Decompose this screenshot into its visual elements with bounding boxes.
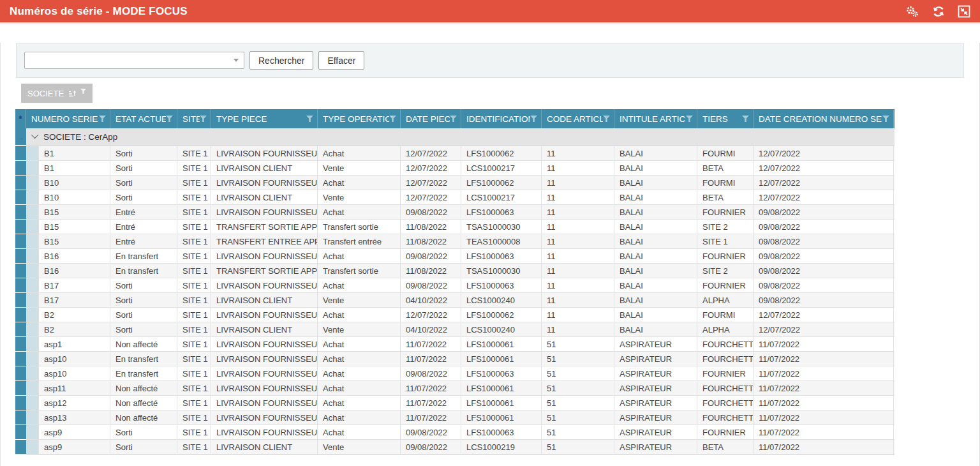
column-header-numero-serie[interactable]: NUMERO SERIE	[26, 109, 110, 128]
cell-date-piece[interactable]: 09/08/2022	[401, 425, 461, 439]
cell-type-piece[interactable]: LIVRAISON CLIENT	[211, 293, 318, 307]
cell-code-article[interactable]: 11	[542, 176, 614, 190]
cell-code-article[interactable]: 11	[542, 161, 614, 175]
cell-numero-serie[interactable]: B16	[39, 264, 110, 278]
cell-etat-actuel[interactable]: Non affecté	[110, 410, 177, 425]
cell-etat-actuel[interactable]: En transfert	[110, 366, 177, 380]
cell-date-piece[interactable]: 04/10/2022	[401, 322, 461, 336]
cell-type-operation[interactable]: Vente	[318, 293, 401, 307]
cell-site[interactable]: SITE 1	[177, 205, 211, 219]
cell-intitule-article[interactable]: ASPIRATEUR	[614, 337, 697, 351]
cell-tiers[interactable]: ALPHA	[697, 293, 754, 307]
cell-etat-actuel[interactable]: Sorti	[110, 146, 177, 160]
cell-code-article[interactable]: 51	[542, 425, 614, 439]
cell-etat-actuel[interactable]: Entré	[110, 220, 177, 234]
cell-type-piece[interactable]: LIVRAISON FOURNISSEUR	[211, 410, 318, 425]
cell-intitule-article[interactable]: ASPIRATEUR	[614, 352, 697, 366]
cell-identification[interactable]: LFS1000061	[461, 337, 542, 351]
cell-intitule-article[interactable]: ASPIRATEUR	[614, 425, 697, 439]
cell-tiers[interactable]: BETA	[697, 161, 754, 175]
cell-etat-actuel[interactable]: Sorti	[110, 278, 177, 292]
cell-type-operation[interactable]: Transfert sortie	[318, 220, 401, 234]
cell-tiers[interactable]: FOURNIER	[697, 366, 754, 380]
cell-site[interactable]: SITE 1	[177, 278, 211, 292]
column-filter-icon[interactable]	[882, 116, 889, 122]
group-row[interactable]: → SOCIETE : CerApp	[15, 128, 895, 146]
cell-code-article[interactable]: 11	[542, 190, 614, 204]
cell-tiers[interactable]: BETA	[697, 190, 754, 204]
cell-code-article[interactable]: 51	[542, 366, 614, 380]
cell-date-creation-numero-serie[interactable]: 12/07/2022	[754, 161, 894, 175]
column-header-etat-actuel[interactable]: ETAT ACTUEL	[110, 109, 177, 128]
cell-date-piece[interactable]: 11/07/2022	[401, 352, 461, 366]
cell-tiers[interactable]: FOURNIER	[697, 278, 754, 292]
cell-etat-actuel[interactable]: En transfert	[110, 264, 177, 278]
cell-code-article[interactable]: 51	[542, 440, 614, 454]
cell-date-piece[interactable]: 11/07/2022	[401, 337, 461, 351]
cell-site[interactable]: SITE 1	[177, 396, 211, 410]
cell-tiers[interactable]: SITE 1	[697, 234, 754, 248]
cell-type-piece[interactable]: LIVRAISON CLIENT	[211, 322, 318, 336]
cell-date-piece[interactable]: 09/08/2022	[401, 278, 461, 292]
cell-numero-serie[interactable]: asp10	[39, 366, 110, 380]
cell-numero-serie[interactable]: asp11	[39, 381, 110, 395]
cell-site[interactable]: SITE 1	[177, 337, 211, 351]
cell-intitule-article[interactable]: BALAI	[614, 278, 697, 292]
table-row[interactable]: asp9SortiSITE 1LIVRAISON CLIENTVente09/0…	[15, 440, 895, 455]
cell-type-piece[interactable]: TRANSFERT ENTREE APPRO	[211, 234, 318, 248]
cell-date-creation-numero-serie[interactable]: 09/08/2022	[754, 234, 894, 248]
cell-identification[interactable]: LFS1000063	[461, 366, 542, 380]
cell-etat-actuel[interactable]: En transfert	[110, 352, 177, 366]
cell-site[interactable]: SITE 1	[177, 264, 211, 278]
cell-type-piece[interactable]: LIVRAISON CLIENT	[211, 190, 318, 204]
cell-identification[interactable]: LCS1000217	[461, 190, 542, 204]
column-filter-icon[interactable]	[530, 116, 537, 122]
column-header-identification[interactable]: IDENTIFICATION	[461, 109, 542, 128]
table-row[interactable]: asp11Non affectéSITE 1LIVRAISON FOURNISS…	[15, 381, 895, 396]
cell-etat-actuel[interactable]: Sorti	[110, 425, 177, 439]
table-row[interactable]: B15EntréSITE 1TRANSFERT ENTREE APPROTran…	[15, 234, 895, 249]
cell-date-piece[interactable]: 11/07/2022	[401, 396, 461, 410]
table-row[interactable]: B15EntréSITE 1LIVRAISON FOURNISSEURAchat…	[15, 205, 895, 220]
cell-type-operation[interactable]: Vente	[318, 440, 401, 454]
table-row[interactable]: B15EntréSITE 1TRANSFERT SORTIE APPROTran…	[15, 220, 895, 234]
cell-numero-serie[interactable]: B10	[39, 176, 110, 190]
cell-etat-actuel[interactable]: Non affecté	[110, 337, 177, 351]
cell-numero-serie[interactable]: B15	[39, 234, 110, 248]
cell-type-operation[interactable]: Achat	[318, 308, 401, 322]
cell-type-operation[interactable]: Vente	[318, 322, 401, 336]
cell-identification[interactable]: LFS1000062	[461, 146, 542, 160]
cell-code-article[interactable]: 51	[542, 381, 614, 395]
cell-date-piece[interactable]: 09/08/2022	[401, 249, 461, 263]
table-row[interactable]: B10SortiSITE 1LIVRAISON FOURNISSEURAchat…	[15, 176, 895, 190]
cell-etat-actuel[interactable]: Sorti	[110, 322, 177, 336]
cell-date-creation-numero-serie[interactable]: 11/07/2022	[754, 425, 894, 439]
cell-identification[interactable]: LFS1000063	[461, 425, 542, 439]
compress-icon[interactable]	[958, 5, 970, 18]
cell-date-piece[interactable]: 09/08/2022	[401, 366, 461, 380]
table-row[interactable]: asp13Non affectéSITE 1LIVRAISON FOURNISS…	[15, 410, 895, 425]
cell-type-piece[interactable]: LIVRAISON FOURNISSEUR	[211, 425, 318, 439]
table-row[interactable]: B1SortiSITE 1LIVRAISON CLIENTVente12/07/…	[15, 161, 895, 176]
cell-tiers[interactable]: FOURMI	[697, 308, 754, 322]
cell-intitule-article[interactable]: ASPIRATEUR	[614, 366, 697, 380]
cell-date-creation-numero-serie[interactable]: 12/07/2022	[754, 190, 894, 204]
cell-intitule-article[interactable]: BALAI	[614, 146, 697, 160]
cell-etat-actuel[interactable]: Sorti	[110, 190, 177, 204]
cell-code-article[interactable]: 11	[542, 146, 614, 160]
cell-date-creation-numero-serie[interactable]: 11/07/2022	[754, 366, 894, 380]
cell-code-article[interactable]: 51	[542, 396, 614, 410]
cell-date-piece[interactable]: 11/07/2022	[401, 410, 461, 425]
cell-date-creation-numero-serie[interactable]: 09/08/2022	[754, 278, 894, 292]
table-row[interactable]: B1SortiSITE 1LIVRAISON FOURNISSEURAchat1…	[15, 146, 895, 161]
refresh-icon[interactable]	[932, 5, 945, 18]
cell-date-creation-numero-serie[interactable]: 12/07/2022	[754, 146, 894, 160]
cell-date-piece[interactable]: 11/08/2022	[401, 264, 461, 278]
column-header-date-piece[interactable]: DATE PIECE	[401, 109, 461, 128]
table-row[interactable]: asp9SortiSITE 1LIVRAISON FOURNISSEURAcha…	[15, 425, 895, 440]
cell-numero-serie[interactable]: asp9	[39, 440, 110, 454]
cell-type-piece[interactable]: LIVRAISON FOURNISSEUR	[211, 278, 318, 292]
cell-type-piece[interactable]: LIVRAISON FOURNISSEUR	[211, 205, 318, 219]
cell-intitule-article[interactable]: BALAI	[614, 176, 697, 190]
cell-site[interactable]: SITE 1	[177, 366, 211, 380]
